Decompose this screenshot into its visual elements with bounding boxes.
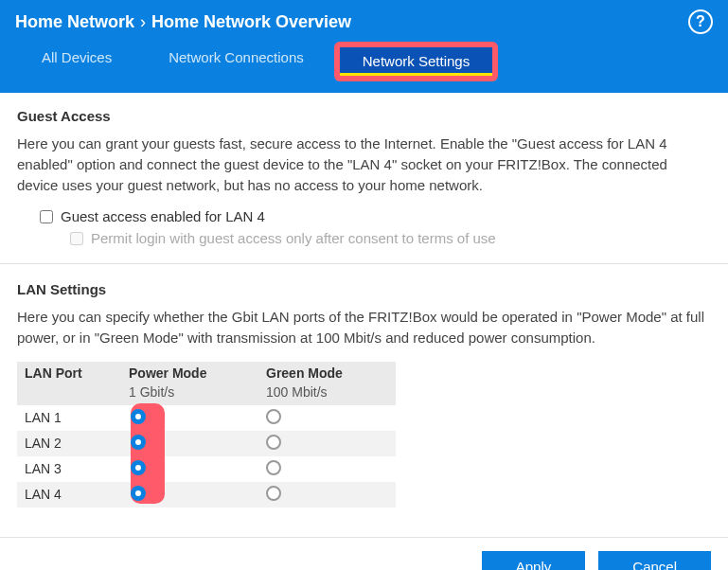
breadcrumb-separator: › xyxy=(140,12,146,32)
green-mode-sub: 100 Mbit/s xyxy=(258,384,396,405)
footer-buttons: Apply Cancel xyxy=(0,537,728,570)
power-mode-radio[interactable] xyxy=(131,409,146,424)
table-row: LAN 4 xyxy=(17,482,396,508)
green-mode-radio[interactable] xyxy=(266,435,281,450)
divider xyxy=(0,263,728,264)
lan-table: LAN Port Power Mode Green Mode 1 Gbit/s … xyxy=(17,362,396,508)
guest-access-title: Guest Access xyxy=(17,108,711,124)
table-row: LAN 2 xyxy=(17,431,396,456)
tab-all-devices[interactable]: All Devices xyxy=(15,42,138,81)
green-mode-radio[interactable] xyxy=(266,460,281,475)
guest-access-desc: Here you can grant your guests fast, sec… xyxy=(17,134,711,195)
power-mode-radio[interactable] xyxy=(131,460,146,475)
lan-port-label: LAN 4 xyxy=(17,482,121,508)
guest-consent-row: Permit login with guest access only afte… xyxy=(70,230,711,246)
tab-network-settings[interactable]: Network Settings xyxy=(340,47,492,76)
lan-port-label: LAN 2 xyxy=(17,431,121,456)
cancel-button[interactable]: Cancel xyxy=(598,551,711,570)
table-row: LAN 3 xyxy=(17,456,396,482)
guest-enable-label: Guest access enabled for LAN 4 xyxy=(61,208,265,224)
help-icon[interactable]: ? xyxy=(688,9,713,34)
col-green-mode: Green Mode xyxy=(258,362,396,384)
lan-port-label: LAN 1 xyxy=(17,405,121,431)
guest-consent-checkbox xyxy=(70,232,83,245)
power-mode-sub: 1 Gbit/s xyxy=(121,384,258,405)
table-row: LAN 1 xyxy=(17,405,396,431)
power-mode-radio[interactable] xyxy=(131,435,146,450)
tabs: All Devices Network Connections Network … xyxy=(0,42,728,93)
breadcrumb: Home Network › Home Network Overview ? xyxy=(0,0,728,42)
lan-settings-title: LAN Settings xyxy=(17,281,711,297)
power-mode-radio[interactable] xyxy=(131,486,146,501)
guest-enable-row[interactable]: Guest access enabled for LAN 4 xyxy=(40,208,711,224)
guest-consent-label: Permit login with guest access only afte… xyxy=(91,230,496,246)
breadcrumb-page: Home Network Overview xyxy=(151,12,351,32)
green-mode-radio[interactable] xyxy=(266,409,281,424)
green-mode-radio[interactable] xyxy=(266,486,281,501)
lan-port-label: LAN 3 xyxy=(17,456,121,482)
tab-network-connections[interactable]: Network Connections xyxy=(142,42,330,81)
col-power-mode: Power Mode xyxy=(121,362,258,384)
col-lan-port: LAN Port xyxy=(17,362,121,384)
tab-highlight: Network Settings xyxy=(334,42,498,81)
breadcrumb-root[interactable]: Home Network xyxy=(15,12,134,32)
apply-button[interactable]: Apply xyxy=(482,551,586,570)
guest-enable-checkbox[interactable] xyxy=(40,210,53,223)
lan-settings-desc: Here you can specify whether the Gbit LA… xyxy=(17,307,711,348)
